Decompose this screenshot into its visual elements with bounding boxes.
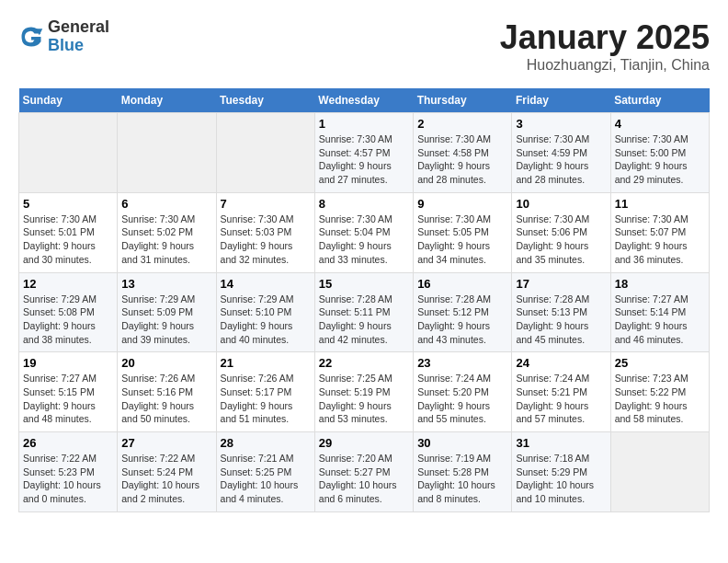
calendar-cell: 2Sunrise: 7:30 AM Sunset: 4:58 PM Daylig…	[414, 113, 512, 193]
calendar-title: January 2025	[500, 18, 710, 57]
day-number: 28	[221, 436, 311, 450]
page-header: General Blue January 2025 Huozhuangzi, T…	[18, 18, 710, 74]
calendar-week-row: 26Sunrise: 7:22 AM Sunset: 5:23 PM Dayli…	[19, 432, 710, 512]
logo-blue-text: Blue	[48, 36, 84, 54]
calendar-cell	[216, 113, 314, 193]
weekday-header-saturday: Saturday	[610, 88, 709, 113]
calendar-cell	[118, 113, 216, 193]
day-info: Sunrise: 7:28 AM Sunset: 5:12 PM Dayligh…	[417, 293, 507, 347]
day-number: 17	[516, 277, 606, 291]
day-number: 25	[615, 356, 705, 370]
weekday-header-friday: Friday	[512, 88, 610, 113]
weekday-header-wednesday: Wednesday	[314, 88, 413, 113]
day-number: 18	[615, 277, 705, 291]
day-info: Sunrise: 7:30 AM Sunset: 5:06 PM Dayligh…	[516, 213, 606, 267]
day-number: 26	[23, 436, 113, 450]
calendar-cell: 10Sunrise: 7:30 AM Sunset: 5:06 PM Dayli…	[512, 192, 610, 272]
weekday-header-tuesday: Tuesday	[216, 88, 314, 113]
day-number: 9	[417, 197, 507, 211]
calendar-cell: 31Sunrise: 7:18 AM Sunset: 5:29 PM Dayli…	[512, 432, 610, 512]
calendar-cell: 11Sunrise: 7:30 AM Sunset: 5:07 PM Dayli…	[610, 192, 709, 272]
calendar-week-row: 1Sunrise: 7:30 AM Sunset: 4:57 PM Daylig…	[19, 113, 710, 193]
day-number: 8	[319, 197, 409, 211]
day-info: Sunrise: 7:30 AM Sunset: 4:58 PM Dayligh…	[417, 132, 507, 187]
day-info: Sunrise: 7:24 AM Sunset: 5:20 PM Dayligh…	[417, 372, 507, 426]
calendar-cell: 30Sunrise: 7:19 AM Sunset: 5:28 PM Dayli…	[414, 432, 512, 512]
logo: General Blue	[18, 18, 109, 55]
day-number: 6	[121, 197, 211, 211]
day-number: 1	[319, 117, 409, 131]
calendar-cell: 25Sunrise: 7:23 AM Sunset: 5:22 PM Dayli…	[610, 352, 709, 432]
weekday-header-row: SundayMondayTuesdayWednesdayThursdayFrid…	[19, 88, 710, 113]
calendar-cell: 22Sunrise: 7:25 AM Sunset: 5:19 PM Dayli…	[314, 352, 413, 432]
calendar-cell: 21Sunrise: 7:26 AM Sunset: 5:17 PM Dayli…	[216, 352, 314, 432]
day-info: Sunrise: 7:26 AM Sunset: 5:16 PM Dayligh…	[121, 372, 211, 426]
day-info: Sunrise: 7:28 AM Sunset: 5:11 PM Dayligh…	[319, 293, 409, 347]
calendar-cell: 18Sunrise: 7:27 AM Sunset: 5:14 PM Dayli…	[610, 272, 709, 352]
calendar-cell: 7Sunrise: 7:30 AM Sunset: 5:03 PM Daylig…	[216, 192, 314, 272]
day-info: Sunrise: 7:25 AM Sunset: 5:19 PM Dayligh…	[319, 372, 409, 426]
day-number: 3	[516, 117, 606, 131]
calendar-cell: 3Sunrise: 7:30 AM Sunset: 4:59 PM Daylig…	[512, 113, 610, 193]
day-info: Sunrise: 7:28 AM Sunset: 5:13 PM Dayligh…	[516, 293, 606, 347]
day-info: Sunrise: 7:26 AM Sunset: 5:17 PM Dayligh…	[221, 372, 311, 426]
day-number: 10	[516, 197, 606, 211]
day-number: 15	[319, 277, 409, 291]
calendar-cell: 17Sunrise: 7:28 AM Sunset: 5:13 PM Dayli…	[512, 272, 610, 352]
calendar-cell	[19, 113, 118, 193]
day-info: Sunrise: 7:22 AM Sunset: 5:23 PM Dayligh…	[23, 452, 113, 506]
calendar-cell: 8Sunrise: 7:30 AM Sunset: 5:04 PM Daylig…	[314, 192, 413, 272]
day-number: 21	[221, 356, 311, 370]
weekday-header-monday: Monday	[118, 88, 216, 113]
day-number: 19	[23, 356, 113, 370]
calendar-week-row: 12Sunrise: 7:29 AM Sunset: 5:08 PM Dayli…	[19, 272, 710, 352]
day-info: Sunrise: 7:21 AM Sunset: 5:25 PM Dayligh…	[221, 452, 311, 506]
day-number: 22	[319, 356, 409, 370]
calendar-cell: 28Sunrise: 7:21 AM Sunset: 5:25 PM Dayli…	[216, 432, 314, 512]
calendar-cell: 13Sunrise: 7:29 AM Sunset: 5:09 PM Dayli…	[118, 272, 216, 352]
day-info: Sunrise: 7:30 AM Sunset: 4:59 PM Dayligh…	[516, 132, 606, 187]
day-number: 7	[221, 197, 311, 211]
calendar-cell: 5Sunrise: 7:30 AM Sunset: 5:01 PM Daylig…	[19, 192, 118, 272]
day-number: 29	[319, 436, 409, 450]
day-info: Sunrise: 7:24 AM Sunset: 5:21 PM Dayligh…	[516, 372, 606, 426]
calendar-cell: 15Sunrise: 7:28 AM Sunset: 5:11 PM Dayli…	[314, 272, 413, 352]
day-number: 31	[516, 436, 606, 450]
day-info: Sunrise: 7:29 AM Sunset: 5:09 PM Dayligh…	[121, 293, 211, 347]
day-number: 12	[23, 277, 113, 291]
day-number: 14	[221, 277, 311, 291]
calendar-week-row: 19Sunrise: 7:27 AM Sunset: 5:15 PM Dayli…	[19, 352, 710, 432]
day-number: 16	[417, 277, 507, 291]
title-block: January 2025 Huozhuangzi, Tianjin, China	[500, 18, 710, 74]
day-number: 11	[615, 197, 705, 211]
day-info: Sunrise: 7:29 AM Sunset: 5:10 PM Dayligh…	[221, 293, 311, 347]
calendar-cell: 27Sunrise: 7:22 AM Sunset: 5:24 PM Dayli…	[118, 432, 216, 512]
calendar-cell: 26Sunrise: 7:22 AM Sunset: 5:23 PM Dayli…	[19, 432, 118, 512]
calendar-cell: 1Sunrise: 7:30 AM Sunset: 4:57 PM Daylig…	[314, 113, 413, 193]
weekday-header-thursday: Thursday	[414, 88, 512, 113]
day-info: Sunrise: 7:30 AM Sunset: 5:02 PM Dayligh…	[121, 213, 211, 267]
calendar-cell: 6Sunrise: 7:30 AM Sunset: 5:02 PM Daylig…	[118, 192, 216, 272]
day-info: Sunrise: 7:27 AM Sunset: 5:14 PM Dayligh…	[615, 293, 705, 347]
calendar-cell: 29Sunrise: 7:20 AM Sunset: 5:27 PM Dayli…	[314, 432, 413, 512]
day-info: Sunrise: 7:18 AM Sunset: 5:29 PM Dayligh…	[516, 452, 606, 506]
day-info: Sunrise: 7:29 AM Sunset: 5:08 PM Dayligh…	[23, 293, 113, 347]
calendar-cell: 14Sunrise: 7:29 AM Sunset: 5:10 PM Dayli…	[216, 272, 314, 352]
day-info: Sunrise: 7:30 AM Sunset: 4:57 PM Dayligh…	[319, 132, 409, 187]
day-info: Sunrise: 7:30 AM Sunset: 5:07 PM Dayligh…	[615, 213, 705, 267]
day-number: 4	[615, 117, 705, 131]
day-info: Sunrise: 7:23 AM Sunset: 5:22 PM Dayligh…	[615, 372, 705, 426]
calendar-cell	[610, 432, 709, 512]
day-number: 5	[23, 197, 113, 211]
day-number: 27	[121, 436, 211, 450]
calendar-cell: 24Sunrise: 7:24 AM Sunset: 5:21 PM Dayli…	[512, 352, 610, 432]
day-number: 23	[417, 356, 507, 370]
day-number: 20	[121, 356, 211, 370]
calendar-cell: 23Sunrise: 7:24 AM Sunset: 5:20 PM Dayli…	[414, 352, 512, 432]
calendar-cell: 12Sunrise: 7:29 AM Sunset: 5:08 PM Dayli…	[19, 272, 118, 352]
day-number: 24	[516, 356, 606, 370]
calendar-subtitle: Huozhuangzi, Tianjin, China	[500, 57, 710, 74]
calendar-cell: 16Sunrise: 7:28 AM Sunset: 5:12 PM Dayli…	[414, 272, 512, 352]
calendar-cell: 4Sunrise: 7:30 AM Sunset: 5:00 PM Daylig…	[610, 113, 709, 193]
logo-general-text: General	[48, 17, 109, 36]
